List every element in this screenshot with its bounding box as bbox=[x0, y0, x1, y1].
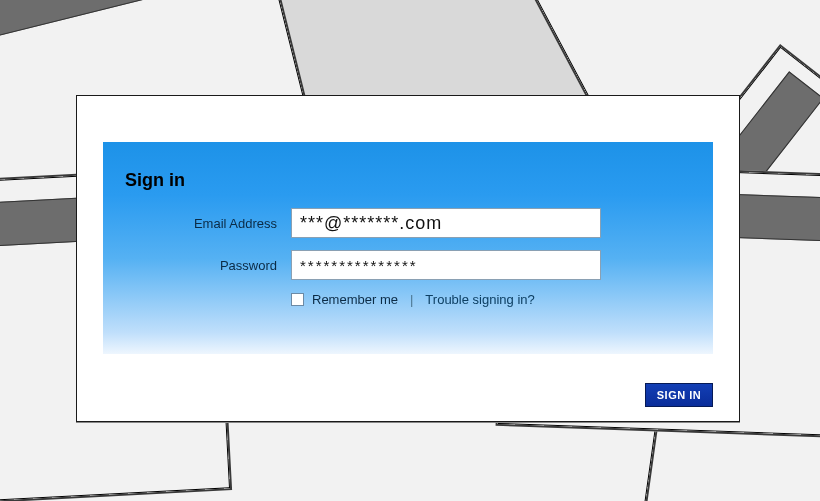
password-label: Password bbox=[103, 258, 291, 273]
trouble-link[interactable]: Trouble signing in? bbox=[425, 292, 534, 307]
remember-label: Remember me bbox=[312, 292, 398, 307]
signin-panel: Sign in Email Address ***@*******.com Pa… bbox=[103, 142, 713, 354]
remember-checkbox[interactable] bbox=[291, 293, 304, 306]
signin-button[interactable]: SIGN IN bbox=[645, 383, 713, 407]
aux-row: Remember me | Trouble signing in? bbox=[291, 292, 535, 307]
panel-title: Sign in bbox=[125, 170, 185, 191]
signin-modal: Sign in Email Address ***@*******.com Pa… bbox=[76, 95, 740, 422]
email-row: Email Address ***@*******.com bbox=[103, 208, 713, 238]
bg-card-title: Sign in bbox=[0, 0, 258, 90]
password-row: Password *************** bbox=[103, 250, 713, 280]
email-field[interactable]: ***@*******.com bbox=[291, 208, 601, 238]
separator: | bbox=[410, 292, 413, 307]
password-field[interactable]: *************** bbox=[291, 250, 601, 280]
email-label: Email Address bbox=[103, 216, 291, 231]
